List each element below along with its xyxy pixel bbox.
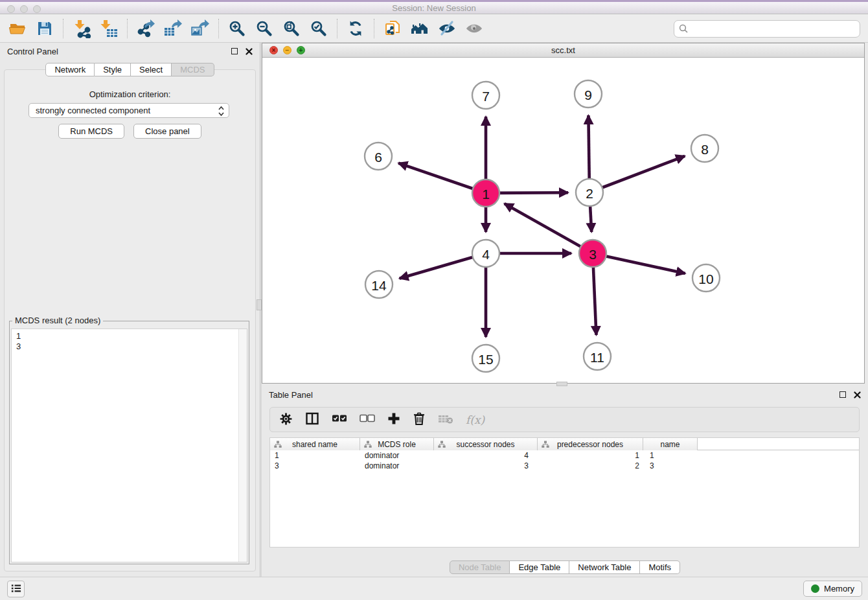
tab-style[interactable]: Style — [95, 63, 131, 76]
result-scrollbar[interactable] — [238, 329, 247, 562]
cell-name[interactable]: 3 — [643, 461, 698, 471]
close-panel-icon[interactable] — [246, 48, 253, 55]
hide-selected-button[interactable] — [433, 16, 461, 41]
dropdown-stepper-icon — [218, 106, 225, 121]
cell-predecessor-nodes[interactable]: 1 — [538, 450, 643, 461]
save-session-button[interactable] — [31, 16, 58, 41]
column-header-mcds-role[interactable]: MCDS role — [360, 438, 434, 450]
mcds-result-text: 1 3 — [12, 329, 238, 562]
column-header-shared-name[interactable]: shared name — [270, 438, 360, 450]
node-label: 1 — [482, 187, 490, 202]
fx-icon: f(x) — [466, 413, 485, 426]
graph-edge-3-1[interactable] — [505, 203, 593, 253]
graph-node-15[interactable]: 15 — [472, 345, 499, 372]
graph-node-9[interactable]: 9 — [575, 80, 602, 108]
column-header-successor-nodes[interactable]: successor nodes — [434, 438, 538, 450]
columns-icon — [305, 411, 319, 428]
tree-icon — [274, 441, 282, 450]
cell-predecessor-nodes[interactable]: 2 — [538, 461, 643, 471]
table-panel-title: Table Panel — [269, 390, 313, 400]
network-canvas[interactable]: 7968124314101511 — [262, 58, 864, 383]
column-header-predecessor-nodes[interactable]: predecessor nodes — [538, 438, 643, 450]
zoom-fit-icon — [282, 19, 301, 38]
close-table-panel-icon[interactable] — [854, 391, 861, 398]
clone-network-button[interactable] — [379, 16, 406, 41]
horizontal-splitter-grip[interactable] — [556, 382, 567, 386]
table-tab-motifs[interactable]: Motifs — [640, 560, 680, 574]
open-session-button[interactable] — [4, 16, 31, 41]
graph-node-14[interactable]: 14 — [365, 271, 393, 298]
cell-shared-name[interactable]: 3 — [270, 461, 360, 471]
zoom-fit-button[interactable] — [278, 16, 305, 41]
graph-node-1[interactable]: 1 — [472, 179, 499, 207]
export-image-button[interactable] — [187, 16, 214, 41]
delete-columns-button[interactable] — [413, 411, 426, 428]
zoom-selected-button[interactable] — [305, 16, 332, 41]
graph-node-10[interactable]: 10 — [692, 264, 720, 292]
float-table-panel-icon[interactable] — [839, 391, 846, 398]
cell-successor-nodes[interactable]: 3 — [434, 461, 538, 471]
show-columns-button[interactable] — [305, 411, 319, 428]
criterion-value: strongly connected component — [36, 106, 150, 115]
graph-node-11[interactable]: 11 — [584, 343, 611, 370]
import-table-button[interactable] — [95, 16, 122, 41]
criterion-dropdown[interactable]: strongly connected component — [29, 103, 229, 118]
eye-show-icon — [464, 19, 484, 38]
tree-icon — [438, 441, 446, 450]
import-network-button[interactable] — [68, 16, 95, 41]
close-panel-button[interactable]: Close panel — [133, 124, 201, 139]
table-settings-button[interactable] — [279, 412, 293, 428]
graph-node-7[interactable]: 7 — [472, 82, 499, 109]
show-all-button[interactable] — [461, 16, 488, 41]
trash-icon — [413, 411, 426, 428]
floppy-icon — [36, 20, 53, 37]
tab-network[interactable]: Network — [45, 63, 95, 76]
cell-name[interactable]: 1 — [643, 450, 698, 461]
table-tab-network-table[interactable]: Network Table — [569, 560, 640, 574]
graph-edge-2-8[interactable] — [589, 156, 685, 192]
create-column-button[interactable] — [387, 412, 400, 427]
tab-mcds[interactable]: MCDS — [172, 63, 214, 76]
tab-select[interactable]: Select — [131, 63, 172, 76]
node-label: 14 — [371, 278, 387, 293]
select-all-columns-button[interactable] — [332, 413, 347, 426]
graph-node-6[interactable]: 6 — [365, 143, 392, 170]
search-input[interactable] — [692, 21, 854, 36]
export-table-button[interactable] — [159, 16, 187, 41]
refresh-view-button[interactable] — [342, 16, 369, 41]
vertical-splitter-grip[interactable] — [257, 299, 262, 310]
export-network-button[interactable] — [132, 16, 159, 41]
table-row[interactable]: 1dominator411 — [270, 450, 859, 461]
cell-mcds-role[interactable]: dominator — [360, 461, 434, 471]
tree-icon — [542, 441, 549, 450]
task-history-button[interactable] — [7, 581, 25, 597]
zoom-in-button[interactable] — [223, 16, 251, 41]
float-panel-icon[interactable] — [231, 48, 238, 54]
mcds-result-area[interactable]: 1 3 — [11, 329, 247, 562]
node-label: 8 — [701, 142, 709, 157]
table-tab-edge-table[interactable]: Edge Table — [510, 560, 569, 574]
network-title: scc.txt — [262, 45, 864, 55]
memory-button[interactable]: Memory — [803, 581, 862, 597]
unselect-all-columns-button[interactable] — [360, 413, 375, 426]
zoom-out-button[interactable] — [251, 16, 278, 41]
graph-node-3[interactable]: 3 — [579, 240, 606, 267]
cell-mcds-role[interactable]: dominator — [360, 450, 434, 461]
table-toolbar: f(x) — [269, 407, 860, 432]
graph-svg: 7968124314101511 — [262, 58, 864, 384]
home-view-button[interactable] — [406, 16, 433, 41]
table-row[interactable]: 3dominator323 — [270, 461, 859, 471]
toolbar-separator — [127, 19, 128, 38]
table-panel: Table Panel f(x) shared nameMCDS rolesuc… — [262, 386, 868, 577]
delete-table-button — [438, 413, 453, 426]
graph-node-8[interactable]: 8 — [691, 135, 718, 162]
run-mcds-button[interactable]: Run MCDS — [58, 124, 124, 139]
cell-shared-name[interactable]: 1 — [270, 450, 360, 461]
column-header-name[interactable]: name — [643, 438, 698, 450]
zoom-in-icon — [228, 19, 246, 38]
table-tab-node-table[interactable]: Node Table — [450, 560, 510, 574]
graph-node-4[interactable]: 4 — [472, 240, 499, 267]
graph-node-2[interactable]: 2 — [576, 179, 603, 206]
cell-successor-nodes[interactable]: 4 — [434, 450, 538, 461]
function-builder-button: f(x) — [466, 413, 485, 426]
